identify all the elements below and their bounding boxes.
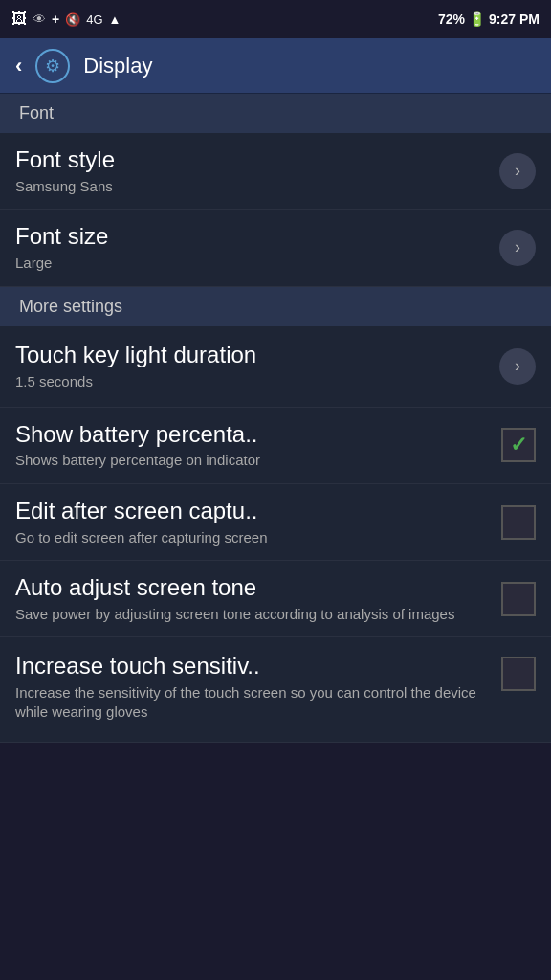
touch-key-arrow[interactable]: › — [499, 348, 536, 385]
touch-sensitivity-title: Increase touch sensitiv.. — [15, 653, 501, 680]
touch-key-title: Touch key light duration — [15, 342, 499, 369]
font-style-title: Font style — [15, 146, 499, 174]
font-style-content: Font style Samsung Sans — [15, 146, 499, 195]
edit-capture-title: Edit after screen captu.. — [15, 498, 501, 525]
touch-key-content: Touch key light duration 1.5 seconds — [15, 342, 499, 390]
show-battery-subtitle: Shows battery percentage on indicator — [15, 451, 501, 470]
font-size-subtitle: Large — [15, 254, 499, 273]
font-style-arrow[interactable]: › — [499, 153, 536, 189]
page-title: Display — [83, 54, 152, 78]
touch-sensitivity-checkbox[interactable] — [501, 657, 536, 691]
auto-adjust-checkbox[interactable] — [501, 582, 536, 616]
show-battery-title: Show battery percenta.. — [15, 421, 501, 449]
show-battery-checkbox[interactable]: ✓ — [501, 428, 536, 462]
show-battery-item[interactable]: Show battery percenta.. Shows battery pe… — [0, 408, 551, 484]
status-bar: 🖼 👁 + 🔇 4G ▲ 72% 🔋 9:27 PM — [0, 0, 551, 38]
chevron-right-icon-2: › — [515, 237, 520, 257]
edit-capture-checkbox[interactable] — [501, 505, 536, 540]
gear-icon: ⚙ — [45, 56, 60, 77]
touch-key-subtitle: 1.5 seconds — [15, 372, 499, 391]
edit-capture-content: Edit after screen captu.. Go to edit scr… — [15, 498, 501, 546]
status-right: 72% 🔋 9:27 PM — [438, 11, 540, 27]
edit-after-capture-item[interactable]: Edit after screen captu.. Go to edit scr… — [0, 484, 551, 561]
auto-adjust-content: Auto adjust screen tone Save power by ad… — [15, 574, 501, 623]
signal-icon: 4G — [86, 12, 102, 27]
battery-icon: 🔋 — [469, 11, 485, 27]
back-button[interactable]: ‹ — [15, 54, 22, 78]
photo-icon: 🖼 — [11, 11, 27, 28]
bluetooth-icon: + — [52, 11, 59, 27]
font-size-title: Font size — [15, 223, 499, 251]
font-size-item[interactable]: Font size Large › — [0, 210, 551, 286]
eye-icon: 👁 — [33, 11, 46, 27]
battery-percent: 72% — [438, 11, 465, 27]
display-settings-icon: ⚙ — [35, 49, 70, 83]
touch-key-light-item[interactable]: Touch key light duration 1.5 seconds › — [0, 326, 551, 408]
touch-sensitivity-subtitle: Increase the sensitivity of the touch sc… — [15, 683, 501, 721]
time: 9:27 PM — [489, 11, 540, 27]
chevron-right-icon-3: › — [515, 356, 520, 376]
checkmark-icon: ✓ — [510, 433, 527, 457]
mute-icon: 🔇 — [65, 12, 80, 27]
section-header-font: Font — [0, 94, 551, 133]
auto-adjust-item[interactable]: Auto adjust screen tone Save power by ad… — [0, 561, 551, 637]
status-left-icons: 🖼 👁 + 🔇 4G ▲ — [11, 11, 121, 28]
section-header-more: More settings — [0, 287, 551, 326]
auto-adjust-subtitle: Save power by adjusting screen tone acco… — [15, 605, 501, 624]
network-bars-icon: ▲ — [109, 12, 121, 27]
chevron-right-icon: › — [515, 161, 520, 181]
touch-sensitivity-content: Increase touch sensitiv.. Increase the s… — [15, 653, 501, 721]
font-style-item[interactable]: Font style Samsung Sans › — [0, 133, 551, 210]
font-size-content: Font size Large — [15, 223, 499, 272]
show-battery-content: Show battery percenta.. Shows battery pe… — [15, 421, 501, 470]
edit-capture-subtitle: Go to edit screen after capturing screen — [15, 528, 501, 547]
nav-header: ‹ ⚙ Display — [0, 38, 551, 94]
auto-adjust-title: Auto adjust screen tone — [15, 574, 501, 602]
font-style-subtitle: Samsung Sans — [15, 177, 499, 196]
font-size-arrow[interactable]: › — [499, 230, 536, 266]
touch-sensitivity-item[interactable]: Increase touch sensitiv.. Increase the s… — [0, 637, 551, 743]
